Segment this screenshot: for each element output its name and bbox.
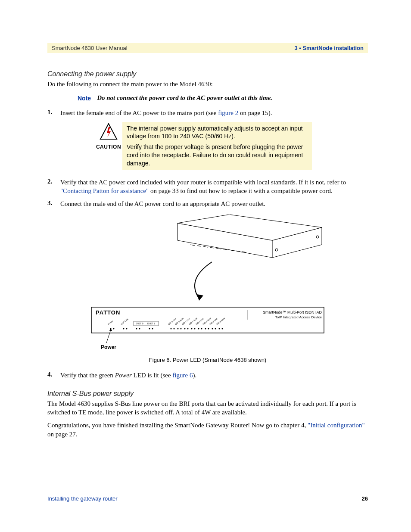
svg-point-41 — [201, 328, 202, 329]
panel-model-line2: ToIP Integrated Access Device — [275, 315, 322, 319]
panel-model-line1: SmartNode™ Multi-Port ISDN IAD — [263, 310, 322, 314]
figure-caption: Figure 6. Power LED (SmartNode 4638 show… — [47, 357, 368, 363]
svg-point-33 — [174, 328, 175, 329]
svg-text:ENET 0: ENET 0 — [136, 322, 143, 325]
svg-point-20 — [113, 328, 115, 329]
caution-icon — [100, 123, 118, 143]
power-led-pointer-label: Power — [101, 344, 116, 350]
caution-text-box: The internal power supply automatically … — [122, 122, 312, 170]
step-text: Insert the female end of the AC power to… — [60, 109, 218, 116]
svg-line-8 — [210, 247, 214, 248]
svg-point-45 — [215, 328, 216, 329]
step-content: Connect the male end of the AC power cor… — [60, 199, 265, 208]
section-heading-power-supply: Connecting the power supply — [47, 70, 368, 78]
step-3: 3. Connect the male end of the AC power … — [47, 199, 368, 208]
congrats-prefix: Congratulations, you have finished insta… — [47, 422, 308, 429]
note-block: Note Do not connect the power cord to th… — [78, 94, 368, 102]
sbus-paragraph-1: The Model 4630 supplies S-Bus line power… — [47, 399, 368, 417]
svg-point-28 — [136, 328, 137, 329]
svg-point-42 — [205, 328, 206, 329]
svg-point-29 — [139, 328, 140, 329]
link-figure-2[interactable]: figure 2 — [218, 109, 238, 116]
device-illustration: PATTON SmartNode™ Multi-Port ISDN IAD To… — [47, 215, 368, 352]
svg-point-35 — [181, 328, 182, 329]
intro-text: Do the following to connect the main pow… — [47, 80, 368, 88]
note-text: Do not connect the power cord to the AC … — [97, 94, 272, 102]
caution-block: CAUTION The internal power supply automa… — [95, 122, 368, 170]
page-content: SmartNode 4630 User Manual 3 • SmartNode… — [0, 0, 411, 460]
link-figure-6[interactable]: figure 6 — [172, 372, 193, 379]
section-heading-sbus: Internal S-Bus power supply — [47, 390, 368, 398]
svg-point-47 — [222, 328, 223, 329]
step-1: 1. Insert the female end of the AC power… — [47, 109, 368, 117]
caution-paragraph-2: Verify that the proper voltage is presen… — [127, 143, 308, 168]
svg-point-34 — [177, 328, 179, 329]
footer-section-name: Installing the gateway router — [47, 495, 118, 502]
svg-point-30 — [149, 328, 150, 329]
page-header: SmartNode 4630 User Manual 3 • SmartNode… — [47, 43, 368, 53]
step-number: 3. — [47, 199, 60, 208]
header-chapter-title: 3 • SmartNode installation — [294, 45, 364, 51]
step-number: 1. — [47, 109, 60, 117]
svg-point-38 — [191, 328, 193, 329]
svg-line-6 — [197, 246, 201, 246]
step-2: 2. Verify that the AC power cord include… — [47, 178, 368, 196]
note-label: Note — [78, 94, 97, 102]
svg-point-37 — [187, 328, 189, 329]
svg-point-39 — [194, 328, 196, 329]
step-text: Verify that the AC power cord included w… — [60, 179, 346, 186]
svg-point-23 — [126, 328, 128, 329]
step-content: Verify that the AC power cord included w… — [60, 178, 368, 196]
step-4: 4. Verify that the green Power LED is li… — [47, 371, 368, 380]
link-initial-configuration[interactable]: "Initial configuration" — [308, 422, 365, 429]
header-manual-title: SmartNode 4630 User Manual — [52, 45, 128, 51]
svg-point-22 — [123, 328, 125, 329]
sbus-paragraph-2: Congratulations, you have finished insta… — [47, 421, 368, 439]
congrats-suffix: on page 27. — [47, 431, 78, 438]
panel-brand: PATTON — [96, 309, 120, 316]
svg-line-7 — [203, 246, 208, 247]
caution-label: CAUTION — [96, 144, 121, 150]
step-number: 4. — [47, 371, 60, 380]
step-text-mid: LED is lit (see — [132, 372, 173, 379]
svg-point-40 — [198, 328, 199, 329]
svg-point-31 — [152, 328, 153, 329]
caution-paragraph-1: The internal power supply automatically … — [127, 124, 308, 141]
link-contacting-patton[interactable]: "Contacting Patton for assistance" — [60, 187, 149, 194]
svg-line-5 — [190, 245, 195, 246]
step-content: Verify that the green Power LED is lit (… — [60, 371, 196, 380]
footer-page-number: 26 — [362, 495, 368, 502]
step-number: 2. — [47, 178, 60, 196]
step-content: Insert the female end of the AC power to… — [60, 109, 272, 117]
step-text-suffix: on page 33 to find out how to replace it… — [149, 187, 333, 194]
step-text-suffix: on page 15). — [238, 109, 272, 116]
svg-point-44 — [212, 328, 213, 329]
figure-6: PATTON SmartNode™ Multi-Port ISDN IAD To… — [47, 215, 368, 363]
step-text: Verify that the green — [60, 372, 115, 379]
svg-point-43 — [208, 328, 209, 329]
page-footer: Installing the gateway router 26 — [47, 495, 368, 502]
power-italic: Power — [115, 372, 132, 379]
svg-point-32 — [171, 328, 172, 329]
svg-point-36 — [184, 328, 186, 329]
svg-text:ENET 1: ENET 1 — [147, 322, 155, 325]
step-text-suffix: ). — [193, 372, 196, 379]
caution-icon-column: CAUTION — [95, 122, 122, 170]
svg-point-46 — [219, 328, 220, 329]
